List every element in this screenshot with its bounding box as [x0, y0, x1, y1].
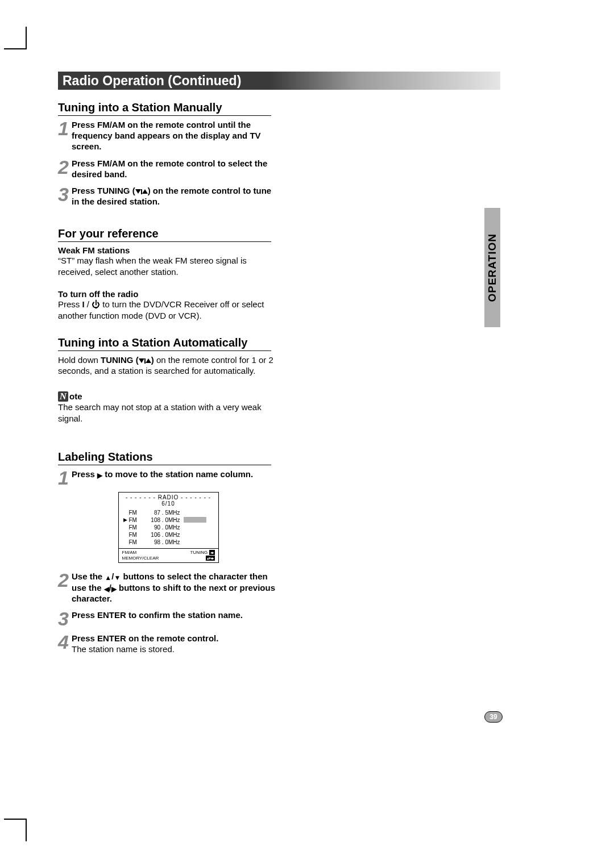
radio-row: ▶FM108 . 0MHz — [123, 516, 214, 524]
row-band: FM — [129, 510, 142, 516]
step-text: Press TUNING () on the remote control to… — [70, 185, 279, 207]
svg-rect-1 — [141, 189, 142, 194]
step-item: 1 Press ▶ to move to the station name co… — [58, 469, 279, 486]
radio-row: FM106 . 0MHz — [123, 531, 214, 539]
row-frequency: 87 . 5MHz — [142, 510, 184, 516]
right-triangle-icon: ▶ — [111, 586, 117, 592]
crop-mark — [26, 27, 27, 48]
radio-row: FM98 . 0MHz — [123, 539, 214, 546]
step-text: Press FM/AM on the remote control until … — [70, 119, 279, 152]
crop-mark — [4, 819, 27, 820]
row-band: FM — [129, 539, 142, 545]
step-number: 2 — [58, 158, 70, 180]
row-name-field — [184, 524, 206, 530]
left-triangle-icon: ◀ — [104, 586, 109, 592]
radio-footer-fm-am: FM/AM — [122, 550, 159, 556]
up-triangle-icon: ▲ — [105, 574, 111, 581]
row-band: FM — [129, 524, 142, 531]
row-frequency: 90 . 0MHz — [142, 524, 184, 531]
step-number: 2 — [58, 571, 70, 604]
row-frequency: 108 . 0MHz — [142, 517, 184, 523]
svg-marker-5 — [146, 358, 151, 363]
body-text: Press I / ⏻ to turn the DVD/VCR Receiver… — [58, 299, 279, 322]
section-heading-labeling: Labeling Stations — [58, 450, 271, 465]
step-text: Press ENTER on the remote control. The s… — [70, 633, 218, 654]
step-text: Use the ▲/▼ buttons to select the charac… — [70, 571, 279, 604]
row-name-field — [184, 510, 206, 515]
subheading-turn-off: To turn off the radio — [58, 289, 279, 299]
step-number: 1 — [58, 119, 70, 152]
section-heading-reference: For your reference — [58, 227, 271, 242]
note-heading: N ote — [58, 391, 279, 402]
svg-marker-3 — [139, 358, 144, 363]
step-number: 3 — [58, 610, 70, 627]
tuning-down-up-icon — [135, 189, 148, 195]
right-triangle-icon: ▶ — [97, 472, 102, 479]
note-n-icon: N — [58, 391, 68, 402]
step-item: 1 Press FM/AM on the remote control unti… — [58, 119, 279, 152]
step-item: 3 Press TUNING () on the remote control … — [58, 185, 279, 207]
section-heading-auto: Tuning into a Station Automatically — [58, 336, 271, 351]
note-ote-text: ote — [69, 391, 82, 402]
step-number: 3 — [58, 185, 70, 207]
radio-footer-memory-clear: MEMORY/CLEAR — [122, 556, 159, 561]
row-name-field — [184, 539, 206, 545]
row-band: FM — [129, 517, 142, 523]
step-item: 2 Use the ▲/▼ buttons to select the char… — [58, 571, 279, 604]
body-text: Hold down TUNING () on the remote contro… — [58, 354, 279, 377]
down-triangle-icon: ▼ — [114, 574, 121, 581]
radio-panel-header: - - - - - - - RADIO - - - - - - - 6/10 — [119, 493, 218, 508]
note-body: The search may not stop at a station wit… — [58, 402, 279, 424]
page-number-badge: 39 — [484, 711, 500, 723]
svg-marker-2 — [142, 189, 148, 194]
subheading-weak-fm: Weak FM stations — [58, 245, 279, 255]
body-text: “ST” may flash when the weak FM stereo s… — [58, 255, 279, 278]
section-heading-manual: Tuning into a Station Manually — [58, 101, 271, 116]
radio-osd-panel: - - - - - - - RADIO - - - - - - - 6/10 F… — [118, 492, 219, 564]
step-text: Press ▶ to move to the station name colu… — [70, 469, 253, 486]
row-selector-icon: ▶ — [123, 517, 129, 523]
row-name-field — [184, 532, 206, 537]
step-number: 1 — [58, 469, 70, 486]
radio-row: FM87 . 5MHz — [123, 509, 214, 516]
radio-footer-tuning: TUNING — [190, 550, 208, 555]
row-band: FM — [129, 532, 142, 538]
left-right-icon: ◂▸ — [209, 550, 215, 555]
row-frequency: 98 . 0MHz — [142, 539, 184, 545]
section-side-tab: OPERATION — [484, 208, 500, 327]
step-item: 4 Press ENTER on the remote control. The… — [58, 633, 279, 654]
power-icon: ⏻ — [92, 299, 100, 309]
radio-row: FM90 . 0MHz — [123, 524, 214, 531]
page-title-bar: Radio Operation (Continued) — [58, 72, 500, 90]
page-number: 39 — [484, 711, 503, 723]
step-item: 3 Press ENTER to confirm the station nam… — [58, 610, 279, 627]
tuning-down-up-icon — [139, 358, 151, 364]
step-number: 4 — [58, 633, 70, 654]
step-text: Press ENTER to confirm the station name. — [70, 610, 243, 627]
page-content: Radio Operation (Continued) OPERATION Tu… — [58, 72, 500, 660]
svg-rect-4 — [144, 358, 146, 364]
crop-mark — [4, 48, 27, 49]
row-frequency: 106 . 0MHz — [142, 532, 184, 538]
step-item: 2 Press FM/AM on the remote control to s… — [58, 158, 279, 180]
side-tab-label: OPERATION — [486, 233, 499, 302]
row-name-field — [184, 517, 206, 523]
step-text: Press FM/AM on the remote control to sel… — [70, 158, 279, 180]
arrows-icon: ▴▾◂▸ — [206, 556, 215, 561]
svg-marker-0 — [135, 189, 141, 194]
crop-mark — [26, 820, 27, 841]
